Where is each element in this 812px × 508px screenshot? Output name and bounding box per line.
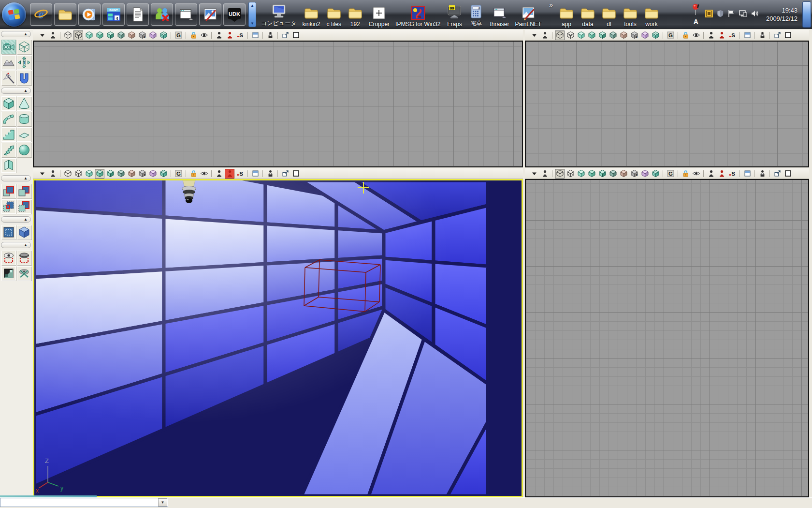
vp-cube-lit-icon[interactable] <box>105 30 115 40</box>
vp-pawn-icon[interactable] <box>540 30 550 40</box>
vp-cube-tiled-icon[interactable] <box>159 30 168 40</box>
vp-square-plain-icon[interactable] <box>291 30 301 40</box>
tool-cylinder-button[interactable] <box>17 112 31 126</box>
quick-launch-doc-icon[interactable] <box>127 3 149 26</box>
vp-dropdown-icon[interactable]: S <box>529 30 539 40</box>
vp-dropdown-icon[interactable]: S <box>529 169 539 179</box>
vp-cube-brown-icon[interactable] <box>619 169 628 179</box>
vp-cube-brown-icon[interactable] <box>127 30 136 40</box>
vp-joystick-icon[interactable] <box>706 30 716 40</box>
vp-cube-wire-icon[interactable] <box>555 169 565 179</box>
vp-cube-wire-icon[interactable] <box>63 169 72 179</box>
viewport-bottom-right-canvas[interactable] <box>525 179 809 497</box>
combobox-dropdown-button[interactable]: ▼ <box>158 498 167 507</box>
quick-launch-ie-icon[interactable]: e <box>30 3 52 26</box>
tool-move-button[interactable]: T <box>17 55 31 70</box>
vp-player-icon[interactable] <box>757 30 767 40</box>
shortcut-kirikiri2[interactable]: kirikiri2 <box>302 1 320 28</box>
quick-launch-messenger-icon[interactable] <box>151 3 173 26</box>
tool-sphere-button[interactable] <box>17 143 31 157</box>
quick-launch-wmp-icon[interactable] <box>78 3 101 26</box>
vp-joystick-icon[interactable] <box>706 169 716 179</box>
vp-cube-wire2-icon[interactable] <box>73 30 83 40</box>
tool-wirecube-button[interactable] <box>17 40 31 54</box>
vp-squint-s-icon[interactable]: S <box>235 169 245 179</box>
vp-pawn-icon[interactable] <box>540 169 550 179</box>
vp-cube-tex-icon[interactable] <box>587 169 596 179</box>
shortcut-Paint.NET[interactable]: Paint.NET <box>515 1 541 28</box>
vp-squint-s-icon[interactable]: S <box>727 30 737 40</box>
vp-cube-purple-icon[interactable] <box>640 30 650 40</box>
tool-volume-button[interactable] <box>1 158 16 173</box>
vp-joystick-red-icon[interactable] <box>225 169 234 179</box>
vp-squint-s-icon[interactable]: S <box>727 169 737 179</box>
vp-cube-shader-icon[interactable]: s <box>629 169 639 179</box>
vp-cube-wire2-icon[interactable] <box>566 169 575 179</box>
vp-cube-wire2-icon[interactable] <box>73 169 83 179</box>
tool-vertex-button[interactable] <box>1 71 16 85</box>
vp-cube-tex-icon[interactable] <box>587 30 596 40</box>
tool-eye-x-button[interactable] <box>17 266 31 281</box>
vp-popout-icon[interactable] <box>772 30 782 40</box>
tray-gold-icon[interactable] <box>705 10 713 19</box>
tool-cone-button[interactable] <box>17 96 31 111</box>
taskbar-clock[interactable]: 19:43 2009/12/12 <box>766 6 798 23</box>
vp-cube-unlit-icon[interactable] <box>576 169 586 179</box>
tool-camera-button[interactable] <box>1 40 16 54</box>
vp-player-icon[interactable] <box>265 30 275 40</box>
vp-cube-purple-icon[interactable] <box>148 169 158 179</box>
shortcut-tools[interactable]: tools <box>623 1 638 28</box>
vp-game-g-icon[interactable]: G <box>174 169 183 179</box>
shortcut-c files[interactable]: c files <box>326 1 342 28</box>
vp-joystick-icon[interactable] <box>214 30 224 40</box>
vp-square-blue-icon[interactable] <box>250 169 260 179</box>
tool-eye-red-button[interactable] <box>1 251 16 265</box>
status-combobox[interactable]: ▼ <box>0 498 168 507</box>
tool-prism-button[interactable] <box>17 225 31 239</box>
vp-game-g-icon[interactable]: G <box>174 30 183 40</box>
vp-square-plain-icon[interactable] <box>291 169 301 179</box>
tray-speaker-icon[interactable] <box>751 10 758 19</box>
vp-cube-shader-icon[interactable]: s <box>137 169 147 179</box>
vp-cube-unlit-icon[interactable] <box>576 30 586 40</box>
vp-cube-detail-icon[interactable] <box>608 169 618 179</box>
vp-cube-shader-icon[interactable]: s <box>137 30 147 40</box>
viewport-perspective-canvas[interactable]: Zxy <box>33 179 523 497</box>
vp-joystick-icon[interactable] <box>214 169 224 179</box>
tool-group-collapse-0[interactable]: ▲ <box>1 31 31 37</box>
vp-lock-icon[interactable] <box>188 169 198 179</box>
ime-indicator[interactable]: A <box>694 18 698 26</box>
vp-cube-shader-icon[interactable]: s <box>629 30 639 40</box>
quick-launch-scroll[interactable]: ▲▼ <box>248 2 256 27</box>
vp-cube-purple-icon[interactable] <box>148 30 158 40</box>
vp-joystick-red-icon[interactable] <box>717 30 726 40</box>
tool-group-collapse-1[interactable]: ▲ <box>1 88 31 94</box>
tool-stairs-button[interactable] <box>1 127 16 142</box>
shortcut-app[interactable]: app <box>559 1 574 28</box>
tool-selbox-button[interactable] <box>1 225 16 239</box>
vp-square-blue-icon[interactable] <box>742 30 752 40</box>
vp-dropdown-icon[interactable] <box>37 169 47 179</box>
shortcut-Fraps[interactable]: 99Fraps <box>446 1 463 28</box>
vp-eye-icon[interactable] <box>199 30 209 40</box>
tool-eye-closed-red-button[interactable] <box>17 251 31 265</box>
vp-square-plain-icon[interactable] <box>783 30 793 40</box>
vp-cube-lit-icon[interactable] <box>105 169 115 179</box>
quick-launch-udk-icon[interactable]: UDK <box>223 3 246 26</box>
tool-bw-square-button[interactable] <box>1 266 16 281</box>
vp-lock-icon[interactable] <box>681 169 690 179</box>
vp-cube-purple-icon[interactable] <box>640 169 650 179</box>
shortcut-data[interactable]: data <box>580 1 595 28</box>
vp-player-icon[interactable] <box>757 169 767 179</box>
vp-cube-lit-icon[interactable] <box>597 169 607 179</box>
tool-stairs-curved-button[interactable] <box>1 112 16 126</box>
tool-group-collapse-2[interactable]: ▲ <box>1 175 31 181</box>
vp-eye-icon[interactable] <box>691 30 701 40</box>
vp-popout-icon[interactable] <box>280 30 290 40</box>
toolbar-overflow-chevron[interactable]: » <box>549 1 553 9</box>
vp-pawn-icon[interactable] <box>48 30 58 40</box>
tool-geomu-button[interactable] <box>17 71 31 85</box>
vp-cube-wire-icon[interactable] <box>63 30 72 40</box>
vp-joystick-red-icon[interactable] <box>225 30 234 40</box>
tray-shield-icon[interactable] <box>716 10 724 19</box>
